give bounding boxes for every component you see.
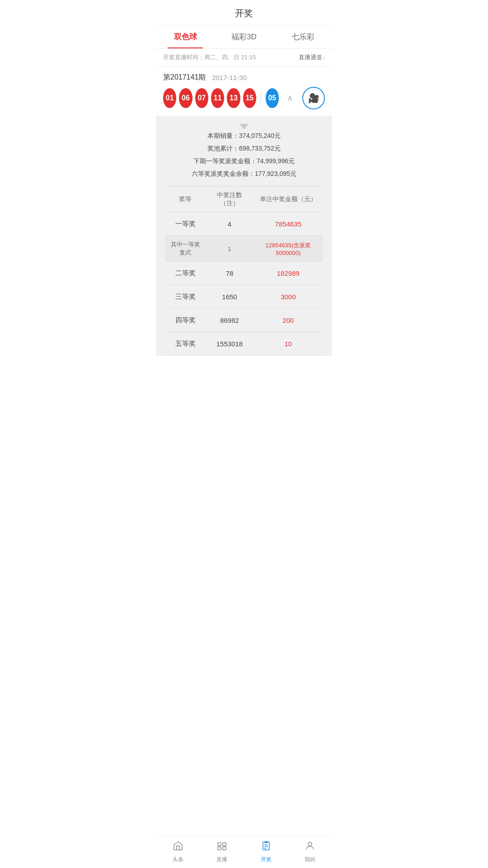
red-ball-1: 01 [163, 88, 176, 108]
prize-amount: 200 [253, 309, 323, 332]
prize-name: 四等奖 [165, 309, 206, 332]
ball-separator [261, 90, 261, 106]
nav-lottery[interactable]: 开奖 [244, 837, 288, 868]
prize-name: 五等奖 [165, 332, 206, 356]
svg-rect-1 [223, 843, 226, 846]
chevron-right-icon: › [323, 54, 325, 61]
collapse-button[interactable]: ∧ [282, 90, 298, 106]
table-row: 三等奖 1650 3000 [165, 285, 323, 309]
lottery-tabs: 双色球 福彩3D 七乐彩 [156, 25, 332, 49]
blue-ball-1: 05 [266, 88, 279, 108]
red-ball-3: 07 [195, 88, 208, 108]
live-link[interactable]: 直播通道 › [299, 53, 325, 61]
page-title: 开奖 [235, 8, 253, 18]
page-header: 开奖 [156, 0, 332, 25]
tab-shuangseqiu[interactable]: 双色球 [156, 25, 215, 48]
svg-point-8 [308, 842, 312, 846]
nav-mine-label: 我的 [305, 856, 315, 863]
user-icon [305, 840, 315, 854]
bottom-nav: 头条 直播 开奖 [156, 836, 332, 868]
tab-qilecai[interactable]: 七乐彩 [273, 25, 332, 48]
red-ball-6: 15 [243, 88, 256, 108]
draw-period: 第2017141期 2017-11-30 [163, 73, 325, 82]
draw-section: 第2017141期 2017-11-30 01 06 07 11 13 15 0… [156, 66, 332, 116]
nav-live[interactable]: 直播 [200, 837, 244, 868]
nav-headlines[interactable]: 头条 [156, 837, 200, 868]
svg-rect-3 [223, 847, 226, 850]
draw-actions: ∧ 🎥 [282, 87, 325, 109]
col-prize-count: 中奖注数（注） [206, 187, 253, 212]
clipboard-icon [261, 840, 272, 854]
prize-count: 4 [206, 212, 253, 236]
red-ball-2: 06 [179, 88, 192, 108]
prize-name: 二等奖 [165, 262, 206, 285]
sub-prize-name: 其中一等奖复式 [165, 236, 206, 262]
nav-lottery-label: 开奖 [261, 856, 272, 863]
table-row: 二等奖 78 182989 [165, 262, 323, 285]
home-icon [173, 840, 183, 854]
period-number: 第2017141期 [163, 73, 206, 82]
prize-count: 1650 [206, 285, 253, 309]
table-row-sub: 其中一等奖复式 1 12854635(含派奖5000000) [165, 236, 323, 262]
prize-amount: 3000 [253, 285, 323, 309]
red-ball-4: 11 [211, 88, 224, 108]
live-icon [216, 840, 227, 854]
sub-prize-count: 1 [206, 236, 253, 262]
prize-table-header: 奖等 中奖注数（注） 单注中奖金额（元） [165, 187, 323, 212]
svg-rect-0 [218, 843, 221, 846]
col-prize-amount: 单注中奖金额（元） [253, 187, 323, 212]
sales-line4: 六等奖派奖奖金余额：177,923,095元 [165, 167, 323, 180]
sales-line3: 下期一等奖派奖金额：74,999,996元 [165, 155, 323, 167]
prize-name: 三等奖 [165, 285, 206, 309]
live-time-text: 开奖直播时间：周二、四、日 21:15 [163, 53, 256, 61]
video-icon: 🎥 [308, 93, 319, 104]
sales-info: 本期销量：374,075,240元 奖池累计：698,733,752元 下期一等… [165, 129, 323, 180]
table-row: 四等奖 86982 200 [165, 309, 323, 332]
live-bar: 开奖直播时间：周二、四、日 21:15 直播通道 › [156, 49, 332, 66]
prize-name: 一等奖 [165, 212, 206, 236]
prize-amount: 10 [253, 332, 323, 356]
tab-fucai3d[interactable]: 福彩3D [215, 25, 273, 48]
svg-rect-2 [218, 847, 221, 850]
sub-prize-amount: 12854635(含派奖5000000) [253, 236, 323, 262]
period-date: 2017-11-30 [212, 74, 247, 81]
red-ball-5: 13 [227, 88, 240, 108]
prize-amount: 182989 [253, 262, 323, 285]
prize-count: 78 [206, 262, 253, 285]
sales-line2: 奖池累计：698,733,752元 [165, 142, 323, 155]
nav-live-label: 直播 [216, 856, 227, 863]
table-row: 五等奖 1553018 10 [165, 332, 323, 356]
prize-count: 86982 [206, 309, 253, 332]
nav-spacer [156, 356, 332, 387]
col-prize-name: 奖等 [165, 187, 206, 212]
nav-mine[interactable]: 我的 [288, 837, 333, 868]
video-button[interactable]: 🎥 [302, 87, 325, 109]
prize-count: 1553018 [206, 332, 253, 356]
sales-line1: 本期销量：374,075,240元 [165, 129, 323, 142]
triangle-indicator [239, 124, 249, 129]
details-panel: 本期销量：374,075,240元 奖池累计：698,733,752元 下期一等… [156, 116, 332, 356]
prize-amount: 7854635 [253, 212, 323, 236]
table-row: 一等奖 4 7854635 [165, 212, 323, 236]
draw-balls-row: 01 06 07 11 13 15 05 ∧ 🎥 [163, 87, 325, 116]
nav-headlines-label: 头条 [173, 856, 183, 863]
prize-table: 奖等 中奖注数（注） 单注中奖金额（元） 一等奖 4 7854635 其中一等奖… [165, 186, 323, 356]
